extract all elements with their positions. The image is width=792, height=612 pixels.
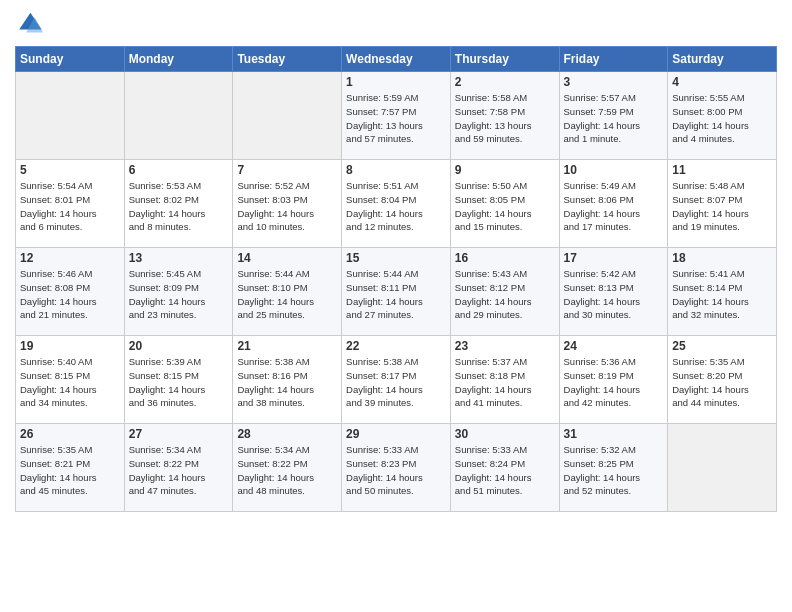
- calendar-cell: 22Sunrise: 5:38 AM Sunset: 8:17 PM Dayli…: [342, 336, 451, 424]
- day-number: 9: [455, 163, 555, 177]
- day-info: Sunrise: 5:38 AM Sunset: 8:17 PM Dayligh…: [346, 355, 446, 410]
- day-number: 31: [564, 427, 664, 441]
- day-info: Sunrise: 5:54 AM Sunset: 8:01 PM Dayligh…: [20, 179, 120, 234]
- calendar-cell: [233, 72, 342, 160]
- day-number: 3: [564, 75, 664, 89]
- day-info: Sunrise: 5:52 AM Sunset: 8:03 PM Dayligh…: [237, 179, 337, 234]
- calendar-cell: [124, 72, 233, 160]
- calendar-week: 19Sunrise: 5:40 AM Sunset: 8:15 PM Dayli…: [16, 336, 777, 424]
- day-info: Sunrise: 5:33 AM Sunset: 8:24 PM Dayligh…: [455, 443, 555, 498]
- day-number: 7: [237, 163, 337, 177]
- weekday-header: Saturday: [668, 47, 777, 72]
- day-number: 1: [346, 75, 446, 89]
- calendar-cell: 1Sunrise: 5:59 AM Sunset: 7:57 PM Daylig…: [342, 72, 451, 160]
- calendar-cell: 5Sunrise: 5:54 AM Sunset: 8:01 PM Daylig…: [16, 160, 125, 248]
- logo-icon: [15, 10, 43, 38]
- calendar-cell: 12Sunrise: 5:46 AM Sunset: 8:08 PM Dayli…: [16, 248, 125, 336]
- day-info: Sunrise: 5:44 AM Sunset: 8:11 PM Dayligh…: [346, 267, 446, 322]
- calendar-cell: 31Sunrise: 5:32 AM Sunset: 8:25 PM Dayli…: [559, 424, 668, 512]
- calendar-cell: 14Sunrise: 5:44 AM Sunset: 8:10 PM Dayli…: [233, 248, 342, 336]
- day-info: Sunrise: 5:37 AM Sunset: 8:18 PM Dayligh…: [455, 355, 555, 410]
- day-number: 23: [455, 339, 555, 353]
- day-info: Sunrise: 5:51 AM Sunset: 8:04 PM Dayligh…: [346, 179, 446, 234]
- day-number: 13: [129, 251, 229, 265]
- day-info: Sunrise: 5:50 AM Sunset: 8:05 PM Dayligh…: [455, 179, 555, 234]
- calendar-cell: 10Sunrise: 5:49 AM Sunset: 8:06 PM Dayli…: [559, 160, 668, 248]
- day-info: Sunrise: 5:41 AM Sunset: 8:14 PM Dayligh…: [672, 267, 772, 322]
- day-number: 17: [564, 251, 664, 265]
- day-number: 8: [346, 163, 446, 177]
- weekday-header: Wednesday: [342, 47, 451, 72]
- day-number: 10: [564, 163, 664, 177]
- day-number: 27: [129, 427, 229, 441]
- calendar-cell: 16Sunrise: 5:43 AM Sunset: 8:12 PM Dayli…: [450, 248, 559, 336]
- day-number: 29: [346, 427, 446, 441]
- day-info: Sunrise: 5:49 AM Sunset: 8:06 PM Dayligh…: [564, 179, 664, 234]
- calendar-cell: 21Sunrise: 5:38 AM Sunset: 8:16 PM Dayli…: [233, 336, 342, 424]
- calendar-cell: 15Sunrise: 5:44 AM Sunset: 8:11 PM Dayli…: [342, 248, 451, 336]
- day-info: Sunrise: 5:44 AM Sunset: 8:10 PM Dayligh…: [237, 267, 337, 322]
- day-info: Sunrise: 5:35 AM Sunset: 8:21 PM Dayligh…: [20, 443, 120, 498]
- day-number: 12: [20, 251, 120, 265]
- day-number: 15: [346, 251, 446, 265]
- day-info: Sunrise: 5:38 AM Sunset: 8:16 PM Dayligh…: [237, 355, 337, 410]
- day-number: 6: [129, 163, 229, 177]
- calendar-week: 26Sunrise: 5:35 AM Sunset: 8:21 PM Dayli…: [16, 424, 777, 512]
- day-info: Sunrise: 5:32 AM Sunset: 8:25 PM Dayligh…: [564, 443, 664, 498]
- calendar-body: 1Sunrise: 5:59 AM Sunset: 7:57 PM Daylig…: [16, 72, 777, 512]
- calendar-cell: 23Sunrise: 5:37 AM Sunset: 8:18 PM Dayli…: [450, 336, 559, 424]
- day-info: Sunrise: 5:45 AM Sunset: 8:09 PM Dayligh…: [129, 267, 229, 322]
- calendar-cell: 9Sunrise: 5:50 AM Sunset: 8:05 PM Daylig…: [450, 160, 559, 248]
- weekday-header: Friday: [559, 47, 668, 72]
- logo: [15, 10, 47, 38]
- day-number: 30: [455, 427, 555, 441]
- day-info: Sunrise: 5:58 AM Sunset: 7:58 PM Dayligh…: [455, 91, 555, 146]
- calendar-cell: 20Sunrise: 5:39 AM Sunset: 8:15 PM Dayli…: [124, 336, 233, 424]
- day-number: 25: [672, 339, 772, 353]
- calendar-header: SundayMondayTuesdayWednesdayThursdayFrid…: [16, 47, 777, 72]
- day-number: 21: [237, 339, 337, 353]
- page: SundayMondayTuesdayWednesdayThursdayFrid…: [0, 0, 792, 612]
- calendar: SundayMondayTuesdayWednesdayThursdayFrid…: [15, 46, 777, 512]
- calendar-cell: 19Sunrise: 5:40 AM Sunset: 8:15 PM Dayli…: [16, 336, 125, 424]
- calendar-cell: 7Sunrise: 5:52 AM Sunset: 8:03 PM Daylig…: [233, 160, 342, 248]
- day-number: 14: [237, 251, 337, 265]
- header: [15, 10, 777, 38]
- day-number: 20: [129, 339, 229, 353]
- day-number: 22: [346, 339, 446, 353]
- day-number: 19: [20, 339, 120, 353]
- calendar-cell: 28Sunrise: 5:34 AM Sunset: 8:22 PM Dayli…: [233, 424, 342, 512]
- calendar-week: 12Sunrise: 5:46 AM Sunset: 8:08 PM Dayli…: [16, 248, 777, 336]
- calendar-cell: 26Sunrise: 5:35 AM Sunset: 8:21 PM Dayli…: [16, 424, 125, 512]
- day-info: Sunrise: 5:53 AM Sunset: 8:02 PM Dayligh…: [129, 179, 229, 234]
- calendar-cell: 13Sunrise: 5:45 AM Sunset: 8:09 PM Dayli…: [124, 248, 233, 336]
- calendar-cell: 18Sunrise: 5:41 AM Sunset: 8:14 PM Dayli…: [668, 248, 777, 336]
- weekday-header: Sunday: [16, 47, 125, 72]
- day-info: Sunrise: 5:59 AM Sunset: 7:57 PM Dayligh…: [346, 91, 446, 146]
- weekday-header: Tuesday: [233, 47, 342, 72]
- calendar-cell: 27Sunrise: 5:34 AM Sunset: 8:22 PM Dayli…: [124, 424, 233, 512]
- day-number: 4: [672, 75, 772, 89]
- day-number: 16: [455, 251, 555, 265]
- day-info: Sunrise: 5:57 AM Sunset: 7:59 PM Dayligh…: [564, 91, 664, 146]
- day-info: Sunrise: 5:33 AM Sunset: 8:23 PM Dayligh…: [346, 443, 446, 498]
- calendar-cell: 3Sunrise: 5:57 AM Sunset: 7:59 PM Daylig…: [559, 72, 668, 160]
- calendar-cell: 8Sunrise: 5:51 AM Sunset: 8:04 PM Daylig…: [342, 160, 451, 248]
- day-info: Sunrise: 5:43 AM Sunset: 8:12 PM Dayligh…: [455, 267, 555, 322]
- weekday-row: SundayMondayTuesdayWednesdayThursdayFrid…: [16, 47, 777, 72]
- day-info: Sunrise: 5:35 AM Sunset: 8:20 PM Dayligh…: [672, 355, 772, 410]
- day-number: 28: [237, 427, 337, 441]
- day-info: Sunrise: 5:46 AM Sunset: 8:08 PM Dayligh…: [20, 267, 120, 322]
- day-number: 18: [672, 251, 772, 265]
- calendar-cell: [668, 424, 777, 512]
- day-number: 26: [20, 427, 120, 441]
- day-number: 2: [455, 75, 555, 89]
- calendar-cell: 6Sunrise: 5:53 AM Sunset: 8:02 PM Daylig…: [124, 160, 233, 248]
- day-number: 11: [672, 163, 772, 177]
- calendar-cell: 4Sunrise: 5:55 AM Sunset: 8:00 PM Daylig…: [668, 72, 777, 160]
- day-info: Sunrise: 5:36 AM Sunset: 8:19 PM Dayligh…: [564, 355, 664, 410]
- calendar-cell: 2Sunrise: 5:58 AM Sunset: 7:58 PM Daylig…: [450, 72, 559, 160]
- day-number: 24: [564, 339, 664, 353]
- day-info: Sunrise: 5:48 AM Sunset: 8:07 PM Dayligh…: [672, 179, 772, 234]
- day-info: Sunrise: 5:40 AM Sunset: 8:15 PM Dayligh…: [20, 355, 120, 410]
